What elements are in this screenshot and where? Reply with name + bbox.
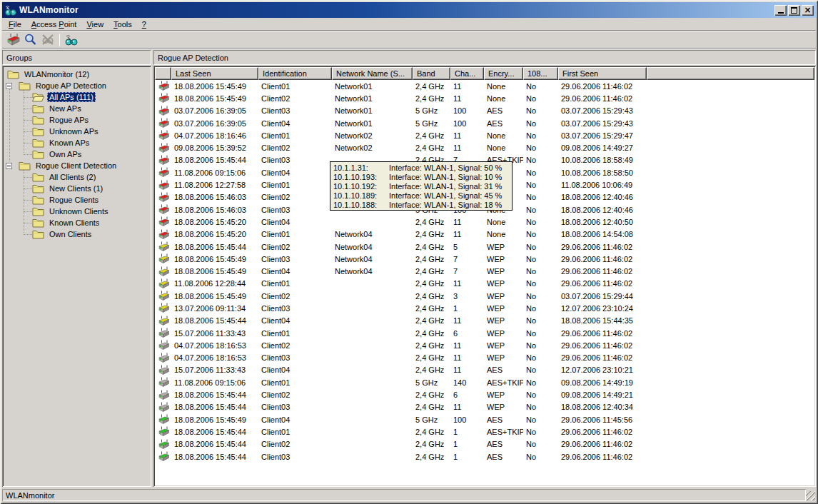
cell-first-seen: 09.08.2006 14:49:19 <box>558 378 647 387</box>
table-row[interactable]: 04.07.2006 18:16:53Client022,4 GHz11WEPN… <box>155 339 814 351</box>
table-row[interactable]: 18.08.2006 15:45:49Client03Network042,4 … <box>155 253 814 265</box>
table-row[interactable]: 18.08.2006 15:45:44Client042,4 GHz11WEPN… <box>155 315 814 327</box>
tree-item-rogue-client-detection[interactable]: Rogue Client Detection <box>2 160 151 171</box>
ap-table-header: Last SeenIdentificationNetwork Name (S..… <box>155 67 814 80</box>
table-row[interactable]: 18.08.2006 15:45:44Client032,4 GHz11WEPN… <box>155 401 814 413</box>
cell-band: 2,4 GHz <box>413 440 450 448</box>
table-row[interactable]: 03.07.2006 16:39:05Client04Network015 GH… <box>155 117 814 129</box>
cell-identification: Client04 <box>258 119 332 128</box>
ap-status-icon-red <box>155 106 171 116</box>
delete-disabled-icon[interactable] <box>39 32 56 48</box>
cell-identification: Client03 <box>258 353 332 362</box>
cell-108mbit: No <box>523 292 558 301</box>
tree-collapse-icon[interactable] <box>6 83 12 89</box>
table-row[interactable]: 18.08.2006 15:45:44Client032,4 GHz1AESNo… <box>155 450 814 463</box>
ap-status-icon-gray <box>155 365 171 376</box>
cell-band: 2,4 GHz <box>413 243 450 251</box>
column-header-band[interactable]: Band <box>413 67 450 80</box>
column-header-first-seen[interactable]: First Seen <box>558 67 647 80</box>
table-row[interactable]: 18.08.2006 15:45:44Client022,4 GHz6WEPNo… <box>155 388 814 400</box>
cell-last-seen: 18.08.2006 15:45:44 <box>171 316 258 325</box>
column-header-last-seen[interactable]: Last Seen <box>171 67 258 80</box>
cell-108mbit: No <box>523 316 558 325</box>
table-row[interactable]: 18.08.2006 15:45:44Client022,4 GHz1AESNo… <box>155 438 814 450</box>
column-header-icon[interactable] <box>155 67 171 80</box>
binoculars-monitor-icon[interactable] <box>63 32 80 48</box>
column-header-network-name[interactable]: Network Name (S... <box>332 67 413 80</box>
minimize-button[interactable] <box>774 5 787 16</box>
tree-connector <box>24 143 32 143</box>
tree-item-rogue-clients[interactable]: Rogue Clients <box>2 194 151 206</box>
table-row[interactable]: 18.08.2006 15:45:20Client01Network042,4 … <box>155 228 814 241</box>
tree-connector <box>24 120 32 121</box>
tree-item-all-aps-111[interactable]: All APs (111) <box>2 91 151 103</box>
maximize-button[interactable] <box>788 5 800 16</box>
table-row[interactable]: 18.08.2006 15:45:44Client012,4 GHz1AES+T… <box>155 425 814 438</box>
cell-channel: 11 <box>450 279 484 288</box>
table-row[interactable]: 15.07.2006 11:33:43Client042,4 GHz11AESN… <box>155 364 814 376</box>
tree-item-own-aps[interactable]: Own APs <box>2 148 151 160</box>
cell-first-seen: 03.07.2006 15:29:44 <box>558 292 647 301</box>
cell-band: 2,4 GHz <box>413 366 450 374</box>
cell-108mbit: No <box>523 193 558 201</box>
tree-item-label: Known Clients <box>47 218 101 228</box>
tree-item-new-aps[interactable]: New APs <box>2 103 151 114</box>
tooltip-line: 10.1.10.192:Interface: WLAN-1, Signal: 3… <box>333 182 509 191</box>
table-row[interactable]: 18.08.2006 15:45:44Client02Network042,4 … <box>155 241 814 253</box>
column-header-encryption[interactable]: Encry... <box>484 67 523 80</box>
ap-status-icon-gray <box>155 353 171 363</box>
close-button[interactable]: × <box>802 5 814 16</box>
tree-item-rogue-ap-detection[interactable]: Rogue AP Detection <box>2 80 151 91</box>
cell-108mbit: No <box>523 156 558 164</box>
tree-item-unknown-clients[interactable]: Unknown Clients <box>2 206 151 217</box>
column-header-108mbit[interactable]: 108... <box>523 67 558 80</box>
cell-first-seen: 09.08.2006 14:49:21 <box>558 390 647 399</box>
column-header-channel[interactable]: Cha... <box>450 67 484 80</box>
table-row[interactable]: 18.08.2006 15:45:49Client04Network042,4 … <box>155 265 814 277</box>
search-magnifier-icon[interactable] <box>22 32 39 48</box>
tree-item-unknown-aps[interactable]: Unknown APs <box>2 126 151 137</box>
table-row[interactable]: 04.07.2006 18:16:53Client032,4 GHz11WEPN… <box>155 352 814 364</box>
tree-collapse-icon[interactable] <box>6 163 12 169</box>
cell-identification: Client01 <box>258 428 332 436</box>
cell-108mbit: No <box>523 353 558 362</box>
table-row[interactable]: 18.08.2006 15:45:49Client022,4 GHz3WEPNo… <box>155 290 814 302</box>
access-point-icon[interactable] <box>5 32 22 48</box>
table-row[interactable]: 09.08.2006 15:39:52Client02Network022,4 … <box>155 141 814 153</box>
tree-item-rogue-aps[interactable]: Rogue APs <box>2 114 151 126</box>
tree-item-new-clients-1[interactable]: New Clients (1) <box>2 183 151 194</box>
cell-108mbit: No <box>523 94 558 103</box>
table-row[interactable]: 03.07.2006 16:39:05Client03Network015 GH… <box>155 105 814 117</box>
cell-first-seen: 18.08.2006 12:40:34 <box>558 403 647 411</box>
column-header-identification[interactable]: Identification <box>258 67 332 80</box>
menu-item-tools[interactable]: Tools <box>108 19 137 30</box>
menu-item-access-point[interactable]: Access Point <box>26 19 82 30</box>
table-row[interactable]: 18.08.2006 15:45:49Client01Network012,4 … <box>155 80 814 92</box>
table-row[interactable]: 18.08.2006 15:45:49Client045 GHz100AESNo… <box>155 413 814 425</box>
tree-connector <box>24 188 32 189</box>
cell-encryption: AES+TKIP <box>484 428 523 436</box>
cell-last-seen: 18.08.2006 15:45:20 <box>171 218 258 226</box>
table-row[interactable]: 13.07.2006 09:11:34Client032,4 GHz1WEPNo… <box>155 302 814 314</box>
menu-item-file[interactable]: File <box>4 19 26 30</box>
ap-status-icon-gray <box>155 377 171 388</box>
table-row[interactable]: 04.07.2006 18:16:46Client01Network022,4 … <box>155 129 814 141</box>
cell-last-seen: 11.08.2006 09:15:06 <box>171 168 258 177</box>
table-row[interactable]: 15.07.2006 11:33:43Client012,4 GHz6WEPNo… <box>155 327 814 339</box>
menu-item-view[interactable]: View <box>81 19 108 30</box>
tree-item-wlanmonitor-12[interactable]: WLANmonitor (12) <box>2 69 151 80</box>
tree-item-own-clients[interactable]: Own Clients <box>2 228 151 240</box>
menu-item-item[interactable]: ? <box>137 19 151 30</box>
table-row[interactable]: 18.08.2006 15:45:20Client042,4 GHz11None… <box>155 216 814 228</box>
table-row[interactable]: 18.08.2006 15:45:49Client02Network012,4 … <box>155 92 814 104</box>
table-row[interactable]: 11.08.2006 09:15:06Client015 GHz140AES+T… <box>155 376 814 388</box>
ap-status-icon-red <box>155 130 171 141</box>
tree-item-known-clients[interactable]: Known Clients <box>2 217 151 228</box>
cell-network-name: Network04 <box>332 255 413 263</box>
ap-status-icon-red <box>155 192 171 203</box>
tree-item-all-clients-2[interactable]: All Clients (2) <box>2 171 151 183</box>
table-row[interactable]: 11.08.2006 12:28:44Client012,4 GHz11WEPN… <box>155 278 814 290</box>
title-bar[interactable]: WLANmonitor × <box>2 2 816 18</box>
resize-grip[interactable] <box>806 491 815 500</box>
tree-item-known-aps[interactable]: Known APs <box>2 137 151 148</box>
